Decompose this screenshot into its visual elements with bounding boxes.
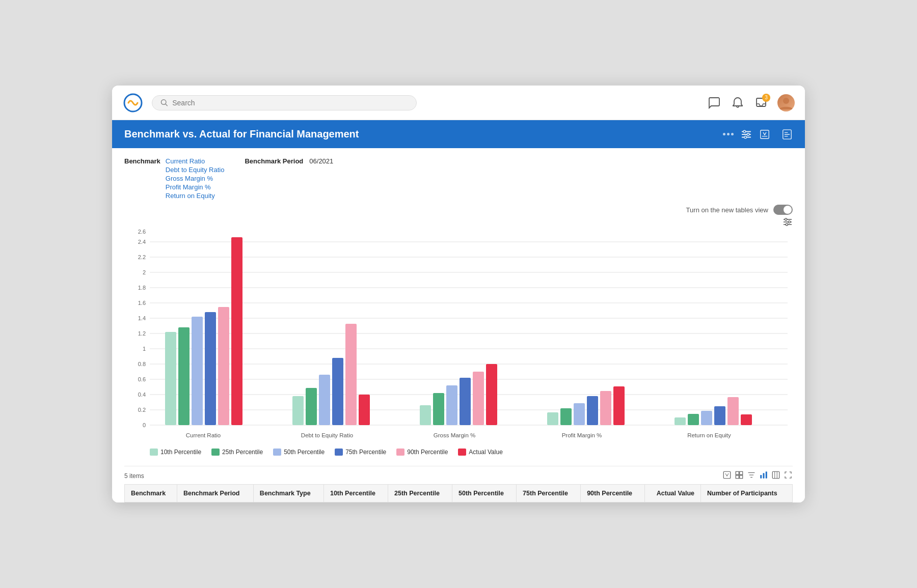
svg-rect-80 bbox=[763, 473, 765, 479]
svg-text:Profit Margin %: Profit Margin % bbox=[562, 432, 602, 438]
more-options-dots[interactable] bbox=[723, 133, 734, 135]
col-10th[interactable]: 10th Percentile bbox=[323, 485, 388, 502]
chart-settings-button[interactable] bbox=[783, 217, 793, 229]
svg-point-5 bbox=[747, 133, 749, 135]
data-table: Benchmark Benchmark Period Benchmark Typ… bbox=[124, 484, 793, 502]
col-90th[interactable]: 90th Percentile bbox=[581, 485, 645, 502]
legend-label-90th: 90th Percentile bbox=[407, 449, 448, 456]
export-excel-button[interactable] bbox=[759, 129, 770, 140]
items-count: 5 items bbox=[124, 472, 144, 480]
svg-point-11 bbox=[786, 223, 788, 226]
svg-rect-40 bbox=[178, 327, 190, 425]
svg-text:2.4: 2.4 bbox=[138, 239, 146, 245]
inbox-badge: 3 bbox=[762, 94, 770, 102]
svg-rect-43 bbox=[218, 307, 229, 425]
benchmark-links: Current Ratio Debt to Equity Ratio Gross… bbox=[166, 157, 225, 200]
table-chart-button[interactable] bbox=[759, 470, 768, 481]
svg-point-4 bbox=[743, 130, 746, 133]
col-participants[interactable]: Number of Participants bbox=[701, 485, 793, 502]
svg-text:1.8: 1.8 bbox=[138, 285, 146, 291]
bell-icon[interactable] bbox=[731, 96, 745, 110]
group-gross-margin: Gross Margin % bbox=[420, 364, 497, 438]
legend-label-50th: 50th Percentile bbox=[284, 449, 325, 456]
col-actual[interactable]: Actual Value bbox=[645, 485, 701, 502]
col-period[interactable]: Benchmark Period bbox=[177, 485, 253, 502]
svg-rect-58 bbox=[486, 364, 497, 425]
benchmark-period: Benchmark Period 06/2021 bbox=[245, 157, 333, 165]
chat-icon[interactable] bbox=[707, 96, 721, 110]
benchmark-link-2[interactable]: Gross Margin % bbox=[166, 175, 225, 182]
inbox-icon[interactable]: 3 bbox=[754, 96, 768, 110]
col-50th[interactable]: 50th Percentile bbox=[452, 485, 517, 502]
svg-text:0: 0 bbox=[143, 422, 146, 428]
group-profit-margin: Profit Margin % bbox=[547, 386, 625, 438]
svg-rect-63 bbox=[587, 396, 598, 425]
table-export-grid[interactable] bbox=[735, 470, 744, 481]
benchmark-label: Benchmark bbox=[124, 157, 160, 165]
svg-rect-46 bbox=[292, 396, 304, 425]
svg-text:0.2: 0.2 bbox=[138, 407, 146, 413]
svg-point-3 bbox=[783, 98, 789, 104]
benchmark-link-4[interactable]: Return on Equity bbox=[166, 192, 225, 200]
col-25th[interactable]: 25th Percentile bbox=[388, 485, 452, 502]
svg-text:Debt to Equity Ratio: Debt to Equity Ratio bbox=[301, 432, 353, 438]
legend-color-75th bbox=[335, 449, 343, 456]
legend-label-10th: 10th Percentile bbox=[160, 449, 201, 456]
svg-rect-49 bbox=[332, 358, 343, 425]
svg-rect-55 bbox=[446, 385, 457, 425]
top-navigation: 3 bbox=[112, 86, 805, 120]
benchmark-link-3[interactable]: Profit Margin % bbox=[166, 183, 225, 191]
svg-rect-75 bbox=[736, 471, 739, 474]
svg-text:Current Ratio: Current Ratio bbox=[186, 432, 221, 438]
col-benchmark[interactable]: Benchmark bbox=[125, 485, 177, 502]
svg-rect-69 bbox=[701, 411, 712, 425]
legend-label-25th: 25th Percentile bbox=[222, 449, 263, 456]
svg-text:1.6: 1.6 bbox=[138, 300, 146, 306]
chart-legend: 10th Percentile 25th Percentile 50th Per… bbox=[150, 449, 793, 456]
group-return-equity: Return on Equity bbox=[675, 397, 752, 438]
svg-rect-44 bbox=[231, 237, 242, 425]
header-right-icons bbox=[752, 129, 793, 140]
legend-75th: 75th Percentile bbox=[335, 449, 386, 456]
search-bar[interactable] bbox=[152, 95, 417, 110]
export-pdf-button[interactable] bbox=[781, 129, 793, 140]
new-tables-toggle[interactable] bbox=[773, 205, 793, 215]
filter-meta-row: Benchmark Current Ratio Debt to Equity R… bbox=[124, 157, 793, 200]
group-current-ratio: Current Ratio bbox=[165, 237, 242, 438]
svg-rect-64 bbox=[600, 391, 611, 425]
svg-text:0.4: 0.4 bbox=[138, 391, 146, 398]
table-expand-button[interactable] bbox=[784, 470, 793, 481]
search-icon bbox=[160, 99, 168, 107]
benchmark-link-0[interactable]: Current Ratio bbox=[166, 157, 225, 165]
svg-rect-82 bbox=[772, 471, 779, 479]
svg-rect-77 bbox=[736, 475, 739, 479]
svg-rect-71 bbox=[727, 397, 739, 425]
table-filter-button[interactable] bbox=[747, 470, 756, 481]
period-label: Benchmark Period bbox=[245, 157, 303, 165]
svg-rect-54 bbox=[433, 393, 444, 425]
svg-rect-53 bbox=[420, 405, 431, 425]
table-export-excel[interactable] bbox=[722, 470, 732, 481]
svg-rect-62 bbox=[574, 403, 585, 425]
legend-color-90th bbox=[396, 449, 404, 456]
legend-color-10th bbox=[150, 449, 158, 456]
legend-color-actual bbox=[458, 449, 466, 456]
legend-50th: 50th Percentile bbox=[273, 449, 325, 456]
svg-rect-70 bbox=[714, 406, 725, 425]
table-meta-row: 5 items bbox=[124, 466, 793, 484]
svg-rect-78 bbox=[740, 475, 743, 479]
page-title: Benchmark vs. Actual for Financial Manag… bbox=[124, 128, 717, 140]
svg-rect-57 bbox=[473, 372, 484, 425]
settings-button[interactable] bbox=[741, 129, 752, 140]
search-input[interactable] bbox=[172, 99, 408, 107]
col-75th[interactable]: 75th Percentile bbox=[517, 485, 581, 502]
svg-rect-61 bbox=[560, 408, 572, 425]
chart-area: 0 0.2 0.4 0.6 0.8 1 bbox=[124, 230, 793, 466]
svg-rect-79 bbox=[760, 475, 762, 479]
benchmark-link-1[interactable]: Debt to Equity Ratio bbox=[166, 166, 225, 174]
main-content: Benchmark Current Ratio Debt to Equity R… bbox=[112, 148, 805, 502]
user-avatar[interactable] bbox=[777, 94, 795, 111]
workday-logo bbox=[122, 92, 144, 114]
col-type[interactable]: Benchmark Type bbox=[253, 485, 323, 502]
table-columns-button[interactable] bbox=[771, 470, 780, 481]
